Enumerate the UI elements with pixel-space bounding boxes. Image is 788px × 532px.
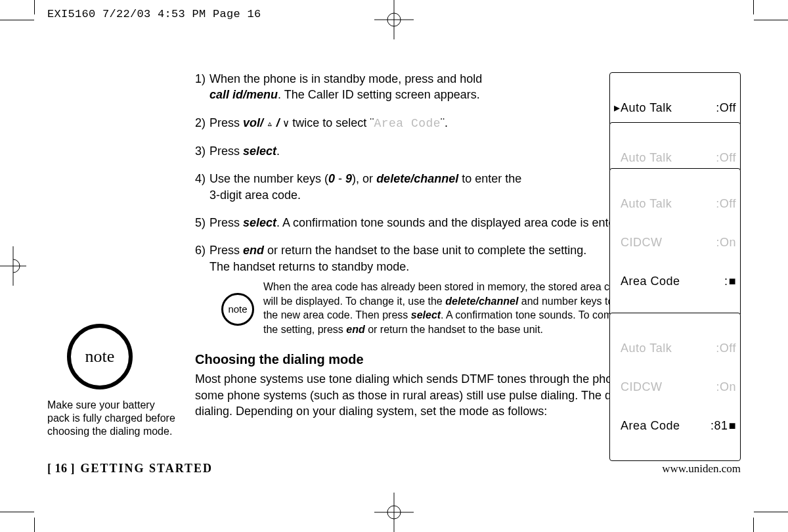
- step-4: 4)Use the number keys (0 - 9), or delete…: [195, 171, 602, 203]
- crop-line: [0, 512, 34, 512]
- registration-mark-bottom: [374, 493, 414, 532]
- crop-line: [753, 518, 754, 532]
- lcd-screenshot-4: Auto Talk:Off CIDCW:On Area Code:81: [609, 313, 741, 461]
- inline-note: note When the area code has already been…: [221, 280, 642, 336]
- step-3: 3)Press select.: [195, 143, 602, 159]
- up-arrow-icon: ▵: [267, 118, 273, 130]
- registration-mark-left: [0, 246, 26, 286]
- footer-section: GETTING STARTED: [81, 462, 213, 475]
- crop-line: [34, 518, 35, 532]
- step-2: 2)Press vol/ ▵ / ∨ twice to select ¨Area…: [195, 115, 602, 132]
- lcd-screenshot-3: Auto Talk:Off CIDCW:On Area Code:: [609, 168, 741, 317]
- down-arrow-icon: ∨: [283, 118, 290, 130]
- print-job-header: EXI5160 7/22/03 4:53 PM Page 16: [47, 8, 261, 20]
- footer-url: www.uniden.com: [662, 462, 741, 476]
- sidebar: note Make sure your battery pack is full…: [47, 324, 179, 438]
- inline-note-text: When the area code has already been stor…: [263, 280, 642, 336]
- crop-line: [754, 20, 788, 20]
- crop-line: [753, 0, 754, 14]
- main-content: 1)When the phone is in standby mode, pre…: [195, 71, 741, 419]
- sidebar-note-text: Make sure your battery pack is fully cha…: [47, 399, 179, 438]
- note-icon: note: [67, 324, 133, 389]
- crop-line: [34, 0, 35, 14]
- crop-line: [754, 512, 788, 512]
- page-footer: [ 16 ] GETTING STARTED www.uniden.com: [47, 462, 741, 476]
- note-icon: note: [221, 293, 254, 326]
- note-label: note: [85, 347, 115, 366]
- registration-mark-top: [374, 0, 414, 39]
- page-number: [ 16 ]: [47, 462, 75, 475]
- step-1: 1)When the phone is in standby mode, pre…: [195, 71, 602, 103]
- crop-line: [0, 20, 34, 20]
